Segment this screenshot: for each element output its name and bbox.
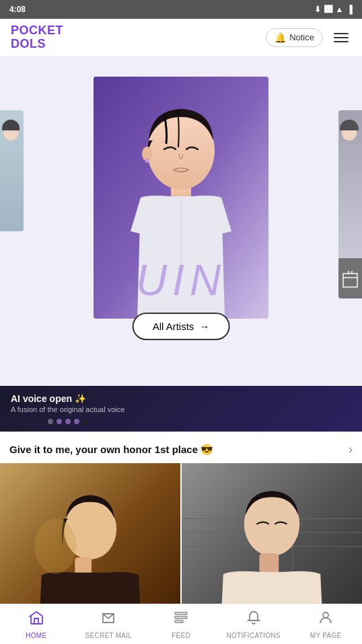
- nav-item-secret-mail[interactable]: SECRET MAIL: [73, 606, 145, 643]
- banner-title: AI voice open ✨: [11, 393, 124, 404]
- hero-card-background: UIN: [94, 77, 268, 319]
- nav-item-feed[interactable]: FEED: [145, 606, 217, 643]
- nav-actions: 🔔 Notice: [266, 28, 351, 47]
- notifications-icon: [246, 610, 262, 630]
- status-bar: 4:08 ⬇ 🅰 ▲ ▐: [0, 0, 362, 19]
- hero-artist-name: UIN: [136, 255, 226, 305]
- battery-icon: ▐: [347, 5, 353, 14]
- dot-2: [57, 419, 62, 424]
- feed-section-title: Give it to me, your own honor 1st place …: [9, 444, 213, 456]
- dot-4: [74, 419, 79, 424]
- hamburger-line-3: [334, 41, 349, 42]
- my-page-label: MY PAGE: [310, 632, 342, 639]
- hero-card-left-peek[interactable]: [0, 110, 24, 231]
- svg-point-13: [35, 518, 77, 573]
- mail-icon: [100, 610, 116, 630]
- svg-point-26: [323, 612, 328, 618]
- bottom-navigation: HOME SECRET MAIL FEED NOTI: [0, 604, 362, 644]
- svg-rect-0: [343, 274, 357, 287]
- secret-mail-label: SECRET MAIL: [85, 632, 132, 639]
- all-artists-label: All Artists: [153, 321, 194, 332]
- svg-rect-22: [259, 553, 279, 574]
- svg-point-9: [145, 159, 149, 163]
- all-artists-arrow: →: [199, 321, 209, 332]
- nav-item-home[interactable]: HOME: [0, 606, 73, 643]
- hamburger-line-2: [334, 37, 349, 38]
- notice-label: Notice: [289, 32, 314, 42]
- app-logo: POCKET DOLS: [11, 24, 63, 51]
- hero-carousel: UIN All Artists →: [0, 56, 362, 386]
- profile-icon: [318, 610, 334, 630]
- notice-button[interactable]: 🔔 Notice: [266, 28, 323, 47]
- dot-1: [48, 419, 53, 424]
- top-nav: POCKET DOLS 🔔 Notice: [0, 19, 362, 56]
- all-artists-button[interactable]: All Artists →: [133, 313, 230, 340]
- hero-card-right-peek[interactable]: [338, 110, 362, 298]
- dot-3: [65, 419, 71, 424]
- wifi-icon: ▲: [336, 5, 344, 14]
- feed-section-header: Give it to me, your own honor 1st place …: [0, 432, 362, 463]
- feed-section-arrow[interactable]: ›: [349, 442, 353, 456]
- feed-icon: [173, 610, 189, 630]
- notifications-label: NOTIFICATIONS: [226, 632, 280, 639]
- box-icon: [342, 268, 359, 288]
- status-time: 4:08: [9, 5, 26, 14]
- banner-pagination-dots: [11, 419, 124, 424]
- home-label: HOME: [26, 632, 46, 639]
- download-icon: ⬇: [314, 5, 321, 14]
- hero-main-card[interactable]: UIN: [94, 77, 268, 319]
- banner-content: AI voice open ✨ A fusion of the original…: [11, 393, 124, 424]
- home-icon: [28, 610, 44, 630]
- nav-item-notifications[interactable]: NOTIFICATIONS: [217, 606, 290, 643]
- svg-rect-23: [175, 612, 187, 614]
- svg-rect-24: [175, 616, 187, 618]
- status-bar-left: 4:08: [9, 5, 26, 14]
- hero-section: UIN All Artists →: [0, 56, 362, 386]
- nav-item-my-page[interactable]: MY PAGE: [289, 606, 362, 643]
- feed-label: FEED: [172, 632, 190, 639]
- bell-icon: 🔔: [275, 32, 286, 43]
- banner-section: AI voice open ✨ A fusion of the original…: [0, 386, 362, 432]
- dot-5: [83, 419, 88, 424]
- hamburger-line-1: [334, 33, 349, 34]
- notification-icon: 🅰: [324, 5, 332, 14]
- banner-subtitle: A fusion of the original actual voice: [11, 405, 124, 413]
- menu-button[interactable]: [331, 30, 351, 45]
- svg-rect-25: [175, 620, 183, 622]
- hero-right-box: [338, 258, 362, 298]
- status-bar-right: ⬇ 🅰 ▲ ▐: [314, 5, 353, 14]
